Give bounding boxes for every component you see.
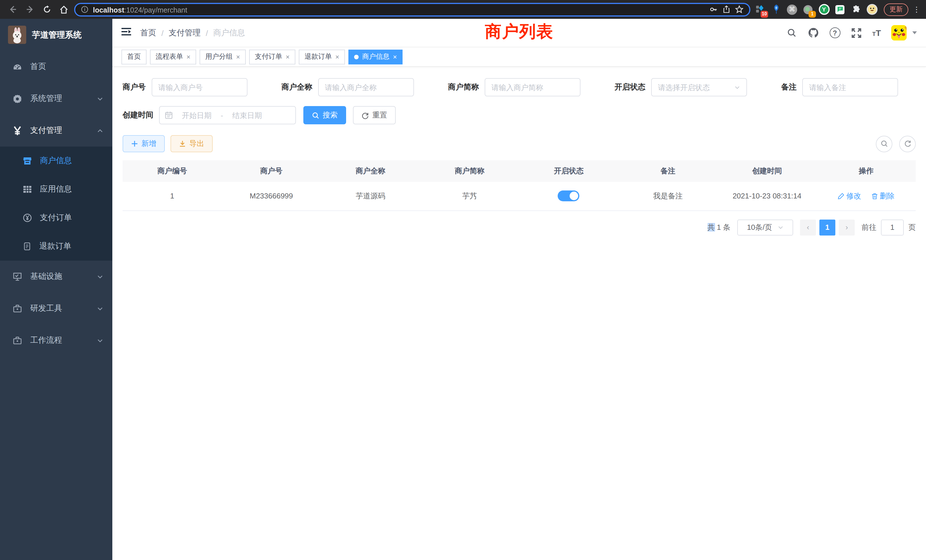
forward-icon[interactable] xyxy=(23,3,36,16)
header-search-icon[interactable] xyxy=(786,27,797,38)
sidebar-item-label: 基础设施 xyxy=(30,271,89,282)
col-created: 创建时间 xyxy=(717,160,817,182)
logo-rabbit-icon xyxy=(8,26,26,44)
browser-menu-icon[interactable]: ⋮ xyxy=(913,5,920,14)
sidebar-item-infra[interactable]: 基础设施 xyxy=(0,260,112,292)
sidebar-item-devtools[interactable]: 研发工具 xyxy=(0,292,112,324)
refresh-table-button[interactable] xyxy=(899,135,916,152)
merchant-no-input[interactable] xyxy=(158,83,241,92)
extension-badge: 1 xyxy=(808,11,816,17)
export-button[interactable]: 导出 xyxy=(171,135,213,152)
sidebar-item-app-info[interactable]: 应用信息 xyxy=(0,175,112,204)
prev-page-button[interactable]: ‹ xyxy=(800,219,816,235)
reload-icon[interactable] xyxy=(40,3,54,16)
extension-command-icon[interactable]: ⌘ xyxy=(786,3,798,16)
sidebar-item-label: 工作流程 xyxy=(30,335,89,345)
close-icon[interactable]: × xyxy=(286,53,290,61)
sidebar-item-home[interactable]: 首页 xyxy=(0,51,112,83)
back-icon[interactable] xyxy=(6,3,20,16)
page-1-button[interactable]: 1 xyxy=(819,219,835,235)
extension-kite-icon[interactable] xyxy=(770,3,782,16)
pagination-total: 共 1 条 xyxy=(707,222,731,232)
shop-icon xyxy=(23,156,32,165)
chrome-update-button[interactable]: 更新 xyxy=(884,3,908,16)
sidebar-item-pay[interactable]: 支付管理 xyxy=(0,115,112,147)
password-key-icon[interactable] xyxy=(709,5,718,14)
start-date-input[interactable] xyxy=(175,111,218,120)
goto-page-input[interactable] xyxy=(881,219,904,235)
col-merchant-id: 商户编号 xyxy=(123,160,222,182)
close-icon[interactable]: × xyxy=(236,53,240,61)
status-select[interactable] xyxy=(651,78,747,96)
calendar-icon xyxy=(165,111,173,119)
active-dot-icon xyxy=(354,54,359,59)
help-icon[interactable]: ? xyxy=(829,27,840,38)
goto-label: 前往 xyxy=(862,222,876,232)
page-size-select[interactable]: 10条/页 xyxy=(737,219,793,235)
remark-input[interactable] xyxy=(809,83,891,92)
extension-pin-icon[interactable]: 10 xyxy=(754,3,766,16)
github-icon[interactable] xyxy=(808,27,819,38)
chevron-up-icon xyxy=(97,127,103,134)
font-size-icon[interactable]: TT xyxy=(872,28,881,38)
delete-link[interactable]: 删除 xyxy=(871,191,895,201)
full-name-input[interactable] xyxy=(325,83,407,92)
short-name-input[interactable] xyxy=(492,83,573,92)
fullscreen-icon[interactable] xyxy=(850,27,862,38)
tab-pay-order[interactable]: 支付订单× xyxy=(249,49,295,64)
extension-y-icon[interactable]: Y xyxy=(818,3,830,16)
search-button[interactable]: 搜索 xyxy=(303,106,346,124)
app-logo[interactable]: 芋道管理系统 xyxy=(0,19,112,51)
tab-user-group[interactable]: 用户分组× xyxy=(200,49,246,64)
share-icon[interactable] xyxy=(722,5,731,14)
chevron-down-icon xyxy=(97,274,103,280)
extensions-puzzle-icon[interactable] xyxy=(850,3,862,16)
site-info-icon[interactable] xyxy=(81,6,88,13)
breadcrumb-pay[interactable]: 支付管理 xyxy=(169,28,201,38)
close-icon[interactable]: × xyxy=(335,53,339,61)
edit-link[interactable]: 修改 xyxy=(838,191,861,201)
sidebar-item-label: 首页 xyxy=(30,62,103,72)
extension-recorder-icon[interactable]: 1 xyxy=(802,3,814,16)
tab-merchant-info[interactable]: 商户信息× xyxy=(348,49,402,64)
table-toolbar: 新增 导出 xyxy=(123,135,916,152)
status-toggle[interactable] xyxy=(558,191,580,201)
col-actions: 操作 xyxy=(817,160,916,182)
address-bar[interactable]: localhost:1024/pay/merchant xyxy=(74,3,750,16)
refresh-icon xyxy=(903,140,911,148)
yen-icon xyxy=(12,126,22,135)
tab-process-form[interactable]: 流程表单× xyxy=(150,49,196,64)
avatar-caret-icon[interactable] xyxy=(912,31,917,34)
bookmark-star-icon[interactable] xyxy=(735,5,743,14)
cell-remark: 我是备注 xyxy=(618,182,717,210)
user-avatar[interactable] xyxy=(891,25,906,41)
profile-avatar-icon[interactable] xyxy=(865,3,878,16)
sidebar-item-merchant-info[interactable]: 商户信息 xyxy=(0,147,112,175)
filter-form-row2: 创建时间 - 搜索 重置 xyxy=(123,106,916,124)
sidebar-item-refund-order[interactable]: 退款订单 xyxy=(0,232,112,260)
filter-form-row1: 商户号 商户全称 商户简称 开启状态 xyxy=(123,78,898,96)
date-range-picker[interactable]: - xyxy=(159,106,296,124)
col-merchant-no: 商户号 xyxy=(222,160,321,182)
sidebar-item-system[interactable]: 系统管理 xyxy=(0,83,112,115)
tab-home[interactable]: 首页 xyxy=(121,49,147,64)
end-date-input[interactable] xyxy=(225,111,269,120)
search-icon xyxy=(880,140,888,148)
reset-button[interactable]: 重置 xyxy=(353,106,396,124)
close-icon[interactable]: × xyxy=(393,53,397,61)
next-page-button[interactable]: › xyxy=(839,219,855,235)
sidebar-collapse-icon[interactable] xyxy=(121,27,131,38)
refund-doc-icon xyxy=(23,242,31,251)
status-label: 开启状态 xyxy=(615,82,646,92)
breadcrumb-home[interactable]: 首页 xyxy=(140,28,156,38)
breadcrumb: 首页 / 支付管理 / 商户信息 xyxy=(140,28,245,38)
sidebar-item-pay-order[interactable]: 支付订单 xyxy=(0,204,112,232)
home-icon[interactable] xyxy=(57,3,71,16)
toggle-search-button[interactable] xyxy=(876,135,892,152)
sidebar-item-workflow[interactable]: 工作流程 xyxy=(0,324,112,356)
extension-chat-icon[interactable] xyxy=(834,3,846,16)
sidebar-item-label: 商户信息 xyxy=(40,156,103,166)
add-button[interactable]: 新增 xyxy=(123,135,165,152)
tab-refund-order[interactable]: 退款订单× xyxy=(299,49,345,64)
close-icon[interactable]: × xyxy=(186,53,191,61)
